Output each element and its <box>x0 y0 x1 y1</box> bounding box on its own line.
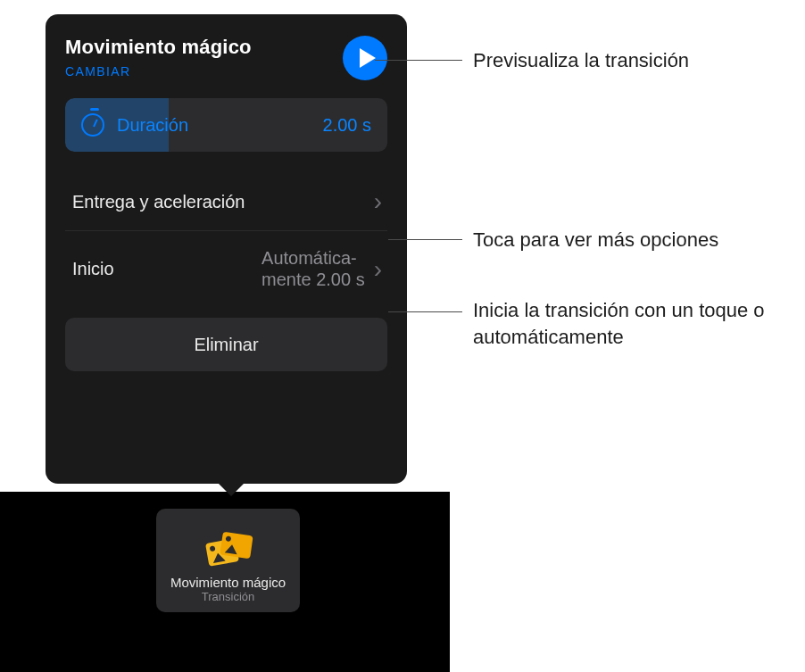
callout-preview: Previsualiza la transición <box>473 47 689 74</box>
thumbnail-subtitle: Transición <box>202 590 254 603</box>
callout-line <box>375 60 462 61</box>
transition-panel: Movimiento mágico CAMBIAR Duración 2.00 … <box>46 14 407 484</box>
delivery-row[interactable]: Entrega y aceleración › <box>65 173 387 230</box>
title-block: Movimiento mágico CAMBIAR <box>65 36 252 79</box>
delete-label: Eliminar <box>194 335 258 355</box>
start-row[interactable]: Inicio Automática- mente 2.00 s › <box>65 230 387 307</box>
duration-label: Duración <box>117 115 188 136</box>
stage: Movimiento mágico CAMBIAR Duración 2.00 … <box>0 0 805 672</box>
callout-more: Toca para ver más opciones <box>473 227 718 253</box>
transition-thumbnail[interactable]: Movimiento mágico Transición <box>156 509 300 612</box>
duration-slider-row[interactable]: Duración 2.00 s <box>65 98 387 152</box>
preview-button[interactable] <box>343 36 387 80</box>
panel-title: Movimiento mágico <box>65 36 252 59</box>
callout-start: Inicia la transición con un toque o auto… <box>473 297 794 350</box>
timer-icon <box>81 113 104 137</box>
start-label: Inicio <box>72 259 114 279</box>
chevron-right-icon: › <box>374 187 382 216</box>
delivery-label: Entrega y aceleración <box>72 192 245 212</box>
duration-value: 2.00 s <box>323 115 371 136</box>
panel-header: Movimiento mágico CAMBIAR <box>65 36 387 80</box>
chevron-right-icon: › <box>374 255 382 284</box>
start-value: Automática- mente 2.00 s <box>261 248 365 290</box>
callout-line <box>388 239 462 240</box>
play-icon <box>360 48 376 68</box>
delete-button[interactable]: Eliminar <box>65 318 387 371</box>
thumbnail-title: Movimiento mágico <box>170 575 286 590</box>
change-link[interactable]: CAMBIAR <box>65 64 131 79</box>
callout-line <box>388 311 462 312</box>
magic-move-icon <box>205 532 252 566</box>
